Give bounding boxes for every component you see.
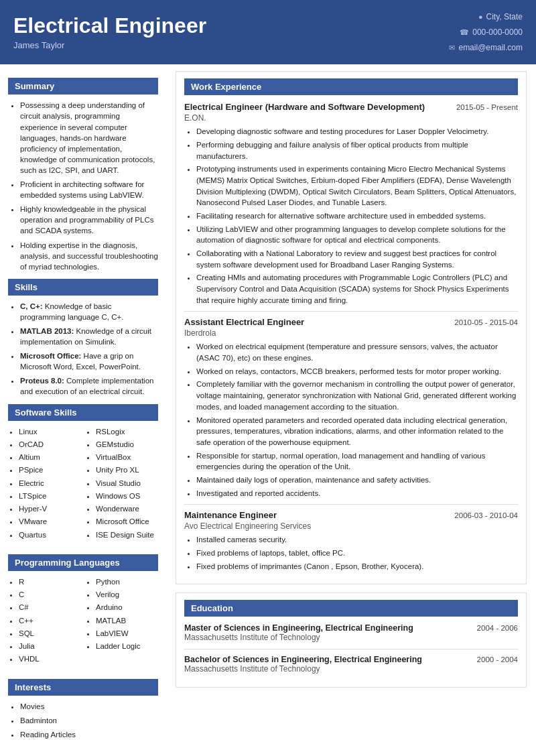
job3-header: Maintenance Engineer 2006-03 - 2010-04 [184, 510, 518, 520]
divider-1 [184, 311, 518, 312]
prog-3: C# [19, 602, 81, 613]
skill-bold-1: C, C+: [20, 302, 43, 310]
job1-bullet-6: Collaborating with a National Laboratory… [196, 248, 518, 270]
work-section-box: Work Experience Electrical Engineer (Har… [176, 71, 527, 584]
email-text: email@email.com [458, 40, 523, 56]
sw-8: VMware [19, 516, 81, 527]
edu2-dates: 2000 - 2004 [477, 655, 518, 664]
job2-title: Assistant Electrical Engineer [184, 317, 448, 327]
job2-bullet-7: Investigated and reported accidents. [196, 488, 518, 499]
summary-item-1: Possessing a deep understanding of circu… [20, 100, 158, 176]
prog-col2: Python Verilog Arduino MATLAB LabVIEW La… [85, 576, 158, 667]
job1-bullets: Developing diagnostic software and testi… [184, 126, 518, 306]
software-cols: Linux OrCAD Altium PSpice Electric LTSpi… [8, 426, 158, 548]
header-left: Electrical Engineer James Taylor [13, 14, 206, 50]
sw-7: Hyper-V [19, 503, 81, 515]
resume-page: Electrical Engineer James Taylor ● City,… [0, 0, 536, 756]
job1-bullet-4: Facilitating research for alternative so… [196, 210, 518, 222]
skills-list: C, C+: Knowledge of basic programming la… [8, 301, 158, 397]
interest-3: Reading Articles [20, 729, 158, 740]
job2-bullet-3: Completely familiar with the governor me… [196, 379, 518, 412]
job-title-heading: Electrical Engineer [13, 14, 206, 38]
main-content: Summary Possessing a deep understanding … [0, 64, 536, 751]
education-section-box: Education Master of Sciences in Engineer… [176, 592, 527, 688]
job3-dates: 2006-03 - 2010-04 [454, 511, 518, 519]
sw-6: LTSpice [19, 491, 81, 502]
sw-3: Altium [19, 452, 81, 463]
edu2-degree: Bachelor of Sciences in Engineering, Ele… [184, 655, 470, 664]
prog-1: R [19, 576, 81, 588]
job2-bullet-2: Worked on relays, contactors, MCCB break… [196, 366, 518, 377]
job1-bullet-5: Utilizing LabVIEW and other programming … [196, 224, 518, 246]
job1-bullet-2: Performing debugging and failure analysi… [196, 139, 518, 162]
software-col1: Linux OrCAD Altium PSpice Electric LTSpi… [8, 426, 81, 542]
job1-header: Electrical Engineer (Hardware and Softwa… [184, 102, 518, 112]
sw-2: OrCAD [19, 439, 81, 450]
location-text: City, State [486, 9, 523, 25]
job1-bullet-7: Creating HMIs and automating procedures … [196, 272, 518, 306]
header-contact: ● City, State ☎ 000-000-0000 ✉ email@ema… [449, 9, 523, 55]
prog2-5: LabVIEW [96, 628, 158, 639]
prog2-1: Python [96, 576, 158, 588]
skill-item-3: Microsoft Office: Have a grip on Microso… [20, 351, 158, 372]
skill-bold-2: MATLAB 2013: [20, 327, 74, 335]
prog-cols: R C C# C++ SQL Julia VHDL Python Verilog… [8, 576, 158, 672]
skill-bold-3: Microsoft Office: [20, 352, 81, 360]
job2-company: Iberdrola [184, 328, 518, 338]
sw2-3: VirtualBox [96, 452, 158, 463]
sw-1: Linux [19, 426, 81, 438]
sw2-6: Windows OS [96, 491, 158, 502]
prog-section-title: Programming Languages [8, 554, 158, 571]
job2-bullet-1: Worked on electrical equipment (temperat… [196, 341, 518, 363]
edu1-school: Massachusetts Institute of Technology [184, 633, 518, 642]
prog-2: C [19, 589, 81, 601]
phone-icon: ☎ [460, 25, 469, 40]
edu-divider [184, 649, 518, 649]
job1-dates: 2015-05 - Present [456, 103, 518, 111]
sidebar: Summary Possessing a deep understanding … [0, 64, 166, 751]
email-icon: ✉ [449, 41, 455, 55]
location-icon: ● [478, 10, 483, 24]
sw2-5: Visual Studio [96, 478, 158, 489]
software-section-title: Software Skills [8, 404, 158, 421]
job3-bullet-3: Fixed problems of imprimantes (Canon , E… [196, 561, 518, 572]
email-item: ✉ email@email.com [449, 40, 523, 56]
software-col2: RSLogix GEMstudio VirtualBox Unity Pro X… [85, 426, 158, 542]
phone-text: 000-000-0000 [472, 25, 523, 40]
prog-5: SQL [19, 628, 81, 639]
interest-1: Movies [20, 701, 158, 712]
job2-bullets: Worked on electrical equipment (temperat… [184, 341, 518, 499]
job1-bullet-3: Prototyping instruments used in experime… [196, 164, 518, 208]
job3-bullet-2: Fixed problems of laptops, tablet, offic… [196, 548, 518, 559]
skill-item-2: MATLAB 2013: Knowledge of a circuit impl… [20, 326, 158, 347]
skills-section-title: Skills [8, 279, 158, 296]
job1-company: E.ON. [184, 113, 518, 123]
candidate-name: James Taylor [13, 40, 206, 50]
sw-4: PSpice [19, 464, 81, 476]
interests-list: Movies Badminton Reading Articles [8, 701, 158, 740]
sw2-7: Wonderware [96, 503, 158, 515]
education-section-title: Education [184, 600, 518, 617]
prog2-6: Ladder Logic [96, 641, 158, 652]
prog-4: C++ [19, 615, 81, 627]
summary-item-3: Highly knowledgeable in the physical ope… [20, 204, 158, 236]
divider-2 [184, 504, 518, 505]
edu1-header: Master of Sciences in Engineering, Elect… [184, 623, 518, 633]
right-content: Work Experience Electrical Engineer (Har… [166, 64, 536, 751]
skill-item-1: C, C+: Knowledge of basic programming la… [20, 301, 158, 322]
job1-bullet-1: Developing diagnostic software and testi… [196, 126, 518, 137]
job3-bullets: Installed cameras security. Fixed proble… [184, 534, 518, 572]
job2-bullet-4: Monitored operated parameters and record… [196, 415, 518, 448]
prog2-4: MATLAB [96, 615, 158, 627]
header: Electrical Engineer James Taylor ● City,… [0, 0, 536, 64]
edu2-header: Bachelor of Sciences in Engineering, Ele… [184, 655, 518, 664]
work-section-title: Work Experience [184, 78, 518, 95]
job2-bullet-6: Maintained daily logs of operation, main… [196, 475, 518, 486]
phone-item: ☎ 000-000-0000 [449, 25, 523, 40]
sw-5: Electric [19, 478, 81, 489]
job2-bullet-5: Responsible for startup, normal operatio… [196, 450, 518, 472]
sw2-4: Unity Pro XL [96, 464, 158, 476]
job2-header: Assistant Electrical Engineer 2010-05 - … [184, 317, 518, 327]
skill-bold-4: Proteus 8.0: [20, 377, 64, 385]
edu1-dates: 2004 - 2006 [477, 624, 518, 632]
